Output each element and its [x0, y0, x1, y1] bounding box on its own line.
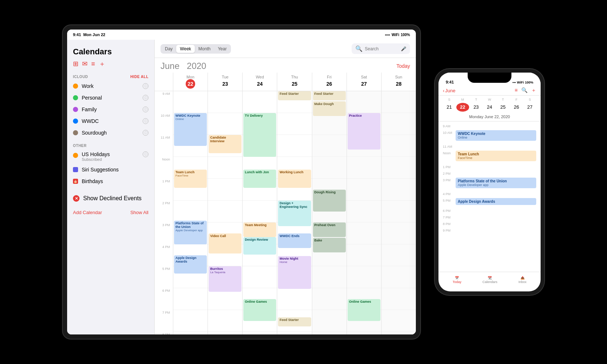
iphone-event-apple-design[interactable]: Apple Design Awards [456, 198, 536, 205]
work-label: Work [82, 83, 139, 89]
dow-t1: T [470, 98, 483, 101]
calendar-main: Day Week Month Year 🔍 🎤 June [155, 40, 416, 334]
event-design-eng-sync[interactable]: Design + Engineering Sync [278, 201, 311, 226]
event-team-lunch[interactable]: Team Lunch FaceTime [174, 170, 207, 188]
event-apple-design[interactable]: Apple Design Awards [174, 255, 207, 274]
event-platforms-state[interactable]: Platforms State of the Union Apple Devel… [174, 221, 207, 244]
event-practice[interactable]: Practice [348, 113, 380, 150]
ipad-screen: 9:41 Mon Jun 22 ▪▪▪▪ WiFi 100% Calendars… [67, 30, 416, 334]
event-online-games-sat[interactable]: Online Games [348, 299, 380, 321]
view-day-button[interactable]: Day [161, 45, 176, 53]
iphone-time-noon: Noon Team Lunch FaceTime [438, 148, 541, 162]
mini-date-26[interactable]: 26 [510, 103, 523, 112]
mini-date-22[interactable]: 22 [456, 103, 469, 112]
event-preheat-oven[interactable]: Preheat Oven [313, 222, 346, 237]
calendar-item-siri[interactable]: Siri Suggestions [67, 164, 154, 175]
search-bar[interactable]: 🔍 🎤 [352, 43, 410, 54]
add-calendar-button[interactable]: Add Calendar [73, 210, 102, 215]
wwdc-info-icon[interactable]: ⓘ [143, 118, 148, 124]
tab-inbox[interactable]: 📥 Inbox [518, 276, 526, 284]
hide-all-button[interactable]: HIDE ALL [130, 75, 148, 79]
personal-label: Personal [82, 95, 139, 101]
iphone-event-wwdc-keynote[interactable]: WWDC Keynote Online [456, 130, 536, 141]
day-header-thu[interactable]: Thu 25 [277, 73, 312, 91]
us-holidays-dot [73, 153, 78, 158]
siri-dot [73, 167, 78, 172]
sidebar-icloud-section: ICLOUD HIDE ALL [67, 73, 154, 80]
calendar-item-personal[interactable]: Personal ⓘ [67, 92, 154, 104]
iphone-header-icons: ≡ 🔍 ＋ [515, 87, 536, 94]
event-feed-starter-thu-am[interactable]: Feed Starter [278, 91, 311, 100]
mini-date-24[interactable]: 24 [483, 103, 496, 112]
mini-date-25[interactable]: 25 [496, 103, 509, 112]
iphone-event-team-lunch[interactable]: Team Lunch FaceTime [456, 151, 536, 161]
event-candidate-interview[interactable]: Candidate Interview [209, 135, 241, 153]
event-dough-rising[interactable]: Dough Rising [313, 190, 346, 212]
us-holidays-info-icon[interactable]: ⓘ [143, 151, 148, 157]
day-header-fri[interactable]: Fri 26 [312, 73, 347, 91]
event-tv-delivery[interactable]: TV Delivery [243, 113, 276, 157]
day-header-sun[interactable]: Sun 28 [381, 73, 416, 91]
calendar-item-wwdc[interactable]: WWDC ⓘ [67, 115, 154, 127]
mini-date-23[interactable]: 23 [470, 103, 483, 112]
search-input[interactable] [365, 46, 399, 51]
iphone-time-7pm: 7 PM [438, 213, 541, 219]
sidebar-header: Calendars ⊞ ✉ ≡ ＋ [67, 44, 154, 73]
view-week-button[interactable]: Week [176, 45, 194, 53]
event-design-review[interactable]: Design Review [243, 237, 276, 255]
view-month-button[interactable]: Month [195, 45, 214, 53]
event-video-call[interactable]: Video Call [209, 233, 241, 253]
time-5pm: 5 PM [155, 266, 173, 288]
day-header-sat[interactable]: Sat 27 [347, 73, 381, 91]
sidebar-grid-icon[interactable]: ⊞ [73, 60, 78, 68]
iphone-status-icons: ▪▪▪ WiFi 100% [512, 81, 533, 84]
day-col-thu: Feed Starter Working Lunch Design + Engi… [277, 91, 312, 334]
event-online-games-wed[interactable]: Online Games [243, 299, 276, 321]
today-button[interactable]: Today [397, 63, 410, 69]
event-bake[interactable]: Bake [313, 238, 346, 252]
event-feed-starter-fri[interactable]: Feed Starter [313, 91, 346, 100]
personal-info-icon[interactable]: ⓘ [143, 95, 148, 101]
calendar-item-family[interactable]: Family ⓘ [67, 104, 154, 115]
sidebar-list-icon[interactable]: ≡ [91, 60, 95, 68]
iphone-event-platforms[interactable]: Platforms State of the Union Apple Devel… [456, 178, 536, 188]
sourdough-info-icon[interactable]: ⓘ [143, 130, 148, 136]
show-declined-item[interactable]: ✕ Show Declined Events [67, 191, 154, 205]
iphone-time-5pm: 5 PM Apple Design Awards [438, 196, 541, 206]
mic-icon[interactable]: 🎤 [401, 46, 406, 51]
event-team-meeting[interactable]: Team Meeting [243, 222, 276, 237]
view-year-button[interactable]: Year [214, 45, 230, 53]
event-burritos[interactable]: Burritos La Taqueria [209, 266, 241, 292]
iphone-list-icon[interactable]: ≡ [515, 87, 518, 94]
calendar-item-sourdough[interactable]: Sourdough ⓘ [67, 127, 154, 139]
calendar-item-birthdays[interactable]: 🎂 Birthdays [67, 175, 154, 187]
event-make-dough[interactable]: Make Dough [313, 101, 346, 116]
sidebar-mail-icon[interactable]: ✉ [82, 60, 88, 68]
sidebar-add-icon[interactable]: ＋ [99, 59, 105, 68]
day-header-mon[interactable]: Mon 22 [173, 73, 208, 91]
event-working-lunch[interactable]: Working Lunch [278, 170, 311, 188]
event-lunch-with-jon[interactable]: Lunch with Jon [243, 170, 276, 188]
other-label: OTHER [73, 144, 87, 148]
day-header-tue[interactable]: Tue 23 [208, 73, 242, 91]
event-movie-night[interactable]: Movie Night Home [278, 256, 311, 289]
event-wwdc-ends[interactable]: WWDC Ends [278, 233, 311, 248]
show-all-button[interactable]: Show All [130, 210, 148, 215]
tab-today[interactable]: 📅 Today [453, 276, 461, 284]
ipad-device: 9:41 Mon Jun 22 ▪▪▪▪ WiFi 100% Calendars… [63, 25, 420, 339]
iphone-back-button[interactable]: ‹ June [443, 88, 456, 93]
iphone-search-icon[interactable]: 🔍 [521, 87, 527, 94]
calendar-item-work[interactable]: Work ⓘ [67, 80, 154, 92]
dow-f: F [510, 98, 523, 101]
mini-date-27[interactable]: 27 [523, 103, 536, 112]
day-header-wed[interactable]: Wed 24 [242, 73, 277, 91]
iphone-add-icon[interactable]: ＋ [531, 87, 536, 94]
tab-calendars[interactable]: 📆 Calendars [482, 276, 497, 284]
work-info-icon[interactable]: ⓘ [143, 83, 148, 89]
mini-date-21[interactable]: 21 [443, 103, 456, 112]
year-name: 2020 [187, 61, 206, 71]
event-feed-starter-thu-pm[interactable]: Feed Starter [278, 317, 311, 326]
calendar-item-us-holidays[interactable]: US Holidays Subscribed ⓘ [67, 149, 154, 164]
event-wwdc-keynote[interactable]: WWDC Keynote Online [174, 113, 207, 146]
family-info-icon[interactable]: ⓘ [143, 107, 148, 112]
